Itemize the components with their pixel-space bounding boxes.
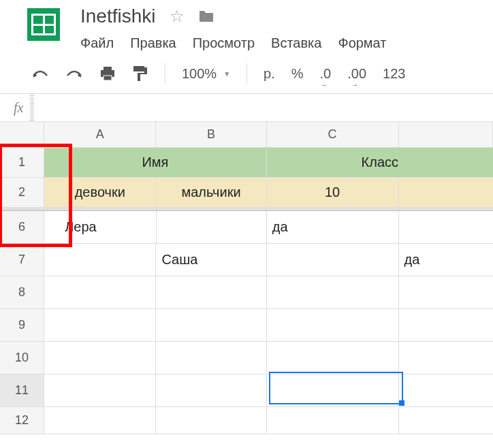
- select-all-corner[interactable]: [0, 122, 44, 148]
- cell[interactable]: девочки: [44, 178, 156, 208]
- cell[interactable]: [399, 178, 494, 208]
- svg-rect-3: [133, 66, 144, 71]
- cell[interactable]: [44, 342, 156, 374]
- row-header[interactable]: 8: [0, 276, 44, 309]
- cell[interactable]: [157, 211, 267, 244]
- cell[interactable]: [156, 276, 266, 309]
- cell[interactable]: да: [267, 211, 399, 244]
- currency-button[interactable]: р.: [264, 66, 275, 82]
- menu-insert[interactable]: Вставка: [271, 35, 321, 51]
- row-header[interactable]: 10: [0, 342, 44, 374]
- column-header-b[interactable]: B: [156, 122, 266, 148]
- cell[interactable]: [399, 211, 493, 244]
- menu-edit[interactable]: Правка: [130, 35, 176, 51]
- print-icon[interactable]: [99, 66, 116, 81]
- toolbar: 100% ▼ р. % .0← .00→ 123: [0, 51, 493, 93]
- column-header-a[interactable]: A: [44, 122, 156, 148]
- cell[interactable]: 10: [267, 178, 399, 208]
- spreadsheet-grid: A B C 1 Имя Класс 2 девочки мальчики 10 …: [0, 122, 493, 434]
- row-header[interactable]: 7: [0, 244, 44, 276]
- cell[interactable]: Лера: [44, 211, 156, 244]
- column-header-d[interactable]: [399, 122, 493, 148]
- row-header[interactable]: 11: [0, 374, 44, 407]
- drag-handle-icon[interactable]: [30, 93, 34, 122]
- svg-rect-0: [104, 67, 112, 70]
- menu-bar: Файл Правка Просмотр Вставка Формат: [80, 33, 386, 51]
- percent-button[interactable]: %: [291, 66, 304, 82]
- app-header: Inetfishki ☆ Файл Правка Просмотр Вставк…: [0, 0, 493, 51]
- cell[interactable]: [267, 276, 399, 309]
- sheets-logo: [27, 8, 60, 41]
- cell[interactable]: [156, 342, 266, 374]
- folder-icon[interactable]: [198, 10, 214, 23]
- cell[interactable]: [44, 407, 156, 434]
- cell[interactable]: [267, 342, 399, 374]
- menu-view[interactable]: Просмотр: [193, 35, 255, 51]
- cell[interactable]: [156, 309, 266, 342]
- menu-format[interactable]: Формат: [338, 35, 386, 51]
- zoom-dropdown[interactable]: 100% ▼: [182, 66, 230, 82]
- star-icon[interactable]: ☆: [170, 7, 185, 26]
- cell[interactable]: Имя: [44, 148, 266, 178]
- cell[interactable]: Саша: [156, 244, 266, 276]
- cell[interactable]: [44, 276, 156, 309]
- cell[interactable]: [399, 342, 494, 374]
- row-header[interactable]: 2: [0, 178, 44, 208]
- paint-format-icon[interactable]: [132, 65, 148, 82]
- zoom-value: 100%: [182, 66, 217, 82]
- undo-icon[interactable]: [31, 67, 49, 80]
- cell[interactable]: [267, 374, 399, 407]
- cell[interactable]: [44, 244, 156, 276]
- redo-icon[interactable]: [65, 67, 83, 80]
- row-header[interactable]: 1: [0, 148, 44, 178]
- cell[interactable]: [156, 374, 266, 407]
- cell[interactable]: [399, 407, 494, 434]
- row-header[interactable]: 6: [0, 211, 44, 244]
- cell[interactable]: [267, 244, 399, 276]
- more-formats-button[interactable]: 123: [383, 66, 405, 82]
- cell[interactable]: [267, 309, 399, 342]
- formula-input[interactable]: [41, 94, 493, 121]
- cell[interactable]: [44, 374, 156, 407]
- cell[interactable]: да: [399, 244, 494, 276]
- cell[interactable]: [399, 309, 494, 342]
- cell[interactable]: [399, 374, 494, 407]
- column-header-c[interactable]: C: [267, 122, 399, 148]
- cell[interactable]: [399, 276, 494, 309]
- row-header[interactable]: 12: [0, 407, 44, 434]
- document-title[interactable]: Inetfishki: [80, 5, 156, 27]
- cell[interactable]: [156, 407, 266, 434]
- fx-label: fx: [14, 100, 23, 116]
- menu-file[interactable]: Файл: [80, 35, 114, 51]
- cell[interactable]: [267, 407, 399, 434]
- svg-rect-2: [104, 76, 112, 80]
- increase-decimal-button[interactable]: .00→: [347, 66, 366, 82]
- formula-bar: fx: [0, 93, 493, 122]
- cell[interactable]: Класс: [267, 148, 493, 178]
- decrease-decimal-button[interactable]: .0←: [320, 66, 332, 82]
- chevron-down-icon: ▼: [223, 70, 230, 78]
- cell[interactable]: мальчики: [156, 178, 266, 208]
- row-header[interactable]: 9: [0, 309, 44, 342]
- cell[interactable]: [44, 309, 156, 342]
